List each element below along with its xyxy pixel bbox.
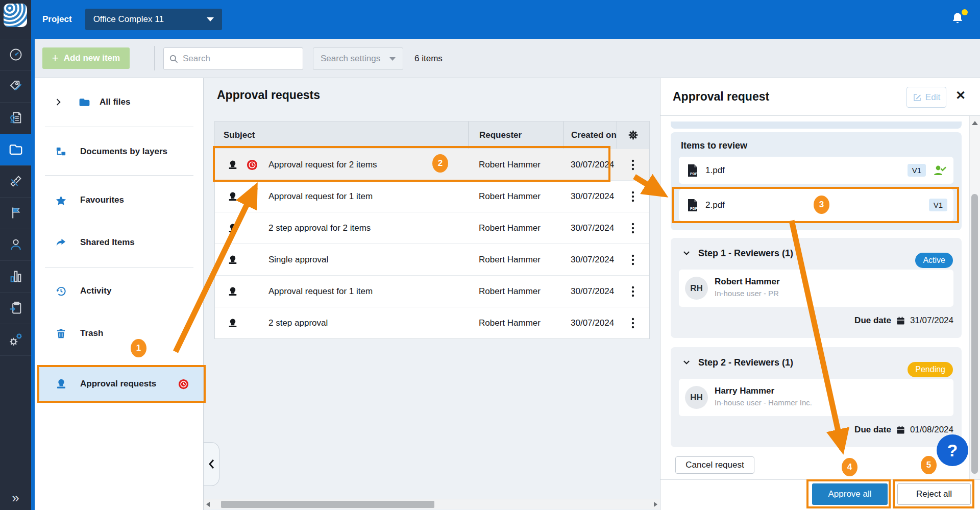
stamp-icon — [227, 318, 238, 329]
help-button[interactable]: ? — [937, 434, 968, 466]
sidebar-item-activity[interactable]: Activity — [35, 279, 203, 303]
sidebar-item-flags[interactable] — [0, 197, 31, 229]
reviewer-role: In-house user - PR — [715, 289, 779, 298]
sidebar-item-approval-requests[interactable]: Approval requests — [35, 372, 203, 396]
file-name: 2.pdf — [705, 200, 725, 210]
sidebar-item-transmittals[interactable] — [0, 292, 31, 324]
sidebar-item-approvals[interactable] — [0, 102, 31, 134]
column-header-created-on[interactable]: Created on — [564, 122, 617, 149]
row-menu-button[interactable] — [617, 307, 649, 338]
app-logo[interactable] — [4, 4, 27, 27]
notifications-button[interactable] — [950, 11, 967, 28]
due-date-value: 01/08/2024 — [910, 425, 953, 435]
horizontal-scrollbar-thumb[interactable] — [221, 501, 434, 508]
nav-item-label: Documents by layers — [80, 147, 167, 157]
history-clock-icon — [55, 285, 67, 297]
sidebar-item-reports[interactable] — [0, 260, 31, 292]
approval-request-detail-panel: Approval request Edit ✕ Items to review … — [660, 78, 980, 510]
edit-button[interactable]: Edit — [906, 87, 946, 108]
table-row[interactable]: Approval request for 1 item Robert Hamme… — [215, 275, 649, 307]
sidebar-item-shared-items[interactable]: Shared Items — [35, 230, 203, 255]
sidebar-item-settings[interactable] — [0, 324, 31, 355]
column-settings-cell[interactable] — [617, 122, 649, 149]
nav-item-label: Approval requests — [80, 379, 156, 389]
folder-icon — [8, 142, 23, 157]
nav-item-label: Trash — [80, 328, 103, 338]
search-input[interactable] — [183, 54, 290, 64]
dashboard-icon — [9, 47, 23, 62]
navigation-panel: All files Documents by layers Favourites… — [35, 78, 204, 510]
row-menu-button[interactable] — [617, 276, 649, 307]
scroll-left-arrow[interactable] — [206, 502, 210, 507]
toolbar: + Add new item Search settings 6 items — [35, 39, 980, 78]
due-date-row: Due date 31/07/2024 — [671, 312, 953, 329]
table-row[interactable]: 2 step approval for 2 items Robert Hamme… — [215, 212, 649, 244]
row-menu-button[interactable] — [617, 212, 649, 244]
table-row[interactable]: 2 step approval Robert Hammer 30/07/2024 — [215, 307, 649, 338]
table-header: Subject Requester Created on — [215, 122, 649, 149]
sidebar-expand-button[interactable]: » — [0, 482, 31, 510]
row-menu-button[interactable] — [617, 181, 649, 212]
approval-step-card: Step 2 - Reviewers (1) Pending HH Harry … — [671, 347, 962, 447]
row-menu-button[interactable] — [617, 149, 649, 180]
collapse-panel-handle[interactable] — [204, 442, 219, 486]
step-header[interactable]: Step 2 - Reviewers (1) Pending — [671, 354, 962, 371]
cancel-request-button[interactable]: Cancel request — [675, 456, 754, 474]
sidebar-item-favourites[interactable]: Favourites — [35, 188, 203, 212]
step-title: Step 1 - Reviewers (1) — [698, 248, 793, 259]
stamp-icon — [227, 191, 238, 202]
due-date-value: 31/07/2024 — [910, 315, 953, 326]
add-new-item-button[interactable]: + Add new item — [42, 47, 130, 69]
avatar: RH — [685, 277, 708, 300]
created-on-text: 30/07/2024 — [571, 223, 614, 233]
approve-all-button[interactable]: Approve all — [812, 483, 888, 505]
column-header-subject[interactable]: Subject — [215, 130, 468, 140]
column-header-requester[interactable]: Requester — [468, 122, 564, 149]
table-row[interactable]: Approval request for 2 items Robert Hamm… — [215, 149, 649, 180]
sidebar-item-dashboard[interactable] — [0, 39, 31, 70]
sidebar-item-files[interactable] — [0, 134, 31, 165]
close-icon[interactable]: ✕ — [955, 89, 966, 102]
svg-text:PDF: PDF — [690, 172, 698, 176]
chevron-down-icon — [682, 358, 691, 367]
pencil-edit-icon — [913, 93, 922, 102]
reviewer-name: Robert Hammer — [715, 277, 780, 287]
reject-all-button[interactable]: Reject all — [897, 483, 971, 505]
search-settings-label: Search settings — [321, 54, 380, 64]
review-item-row[interactable]: PDF 1.pdf V1 — [679, 157, 953, 184]
scroll-right-arrow[interactable] — [654, 502, 657, 507]
items-to-review-card: Items to review PDF 1.pdf V1 PDF 2.pdf V… — [671, 132, 962, 230]
status-badge: Active — [915, 253, 953, 268]
requester-text: Robert Hammer — [479, 255, 541, 265]
subject-text: 2 step approval — [268, 318, 328, 328]
step-title: Step 2 - Reviewers (1) — [698, 357, 793, 368]
flag-icon — [9, 206, 23, 220]
sidebar-item-trash[interactable]: Trash — [35, 321, 203, 346]
table-row[interactable]: Single approval Robert Hammer 30/07/2024 — [215, 244, 649, 275]
subject-text: Single approval — [268, 255, 328, 265]
pdf-file-icon: PDF — [687, 199, 698, 212]
stamp-icon — [227, 159, 238, 171]
kebab-menu-icon — [631, 159, 634, 171]
star-icon — [55, 195, 67, 206]
expand-rail-icon: » — [12, 490, 19, 506]
person-icon — [9, 237, 23, 252]
project-selector[interactable]: Office Complex 11 — [85, 9, 222, 30]
top-bar: Project Office Complex 11 — [31, 0, 980, 39]
search-settings-dropdown[interactable]: Search settings — [313, 47, 403, 70]
table-row[interactable]: Approval request for 1 item Robert Hamme… — [215, 180, 649, 212]
review-item-row[interactable]: PDF 2.pdf V1 — [679, 189, 953, 221]
sidebar-item-documents-by-layers[interactable]: Documents by layers — [35, 139, 203, 164]
requester-text: Robert Hammer — [479, 318, 541, 328]
step-header[interactable]: Step 1 - Reviewers (1) Active — [671, 245, 962, 261]
row-menu-button[interactable] — [617, 244, 649, 275]
scroll-up-arrow[interactable] — [972, 121, 978, 125]
vertical-scrollbar-thumb[interactable] — [971, 194, 978, 474]
vertical-scrollbar[interactable] — [969, 116, 980, 479]
sidebar-item-measure-tools[interactable] — [0, 165, 31, 197]
sidebar-item-all-files[interactable]: All files — [35, 90, 203, 114]
sidebar-item-contacts[interactable] — [0, 229, 31, 260]
ruler-pencil-icon — [9, 174, 23, 188]
horizontal-scrollbar[interactable] — [204, 499, 660, 509]
sidebar-item-tags[interactable] — [0, 70, 31, 102]
